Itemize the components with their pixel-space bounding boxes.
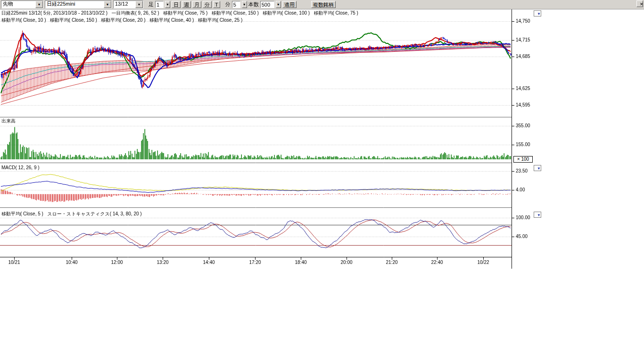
chevron-down-icon[interactable]: ▼: [135, 1, 143, 8]
chevron-down-icon[interactable]: ▼: [35, 1, 43, 8]
symbol-select[interactable]: 日経225mini ▼: [45, 0, 112, 8]
macd-pane-dropdown-button[interactable]: ▼: [534, 165, 541, 171]
market-category-value: 先物: [1, 1, 35, 8]
stochastic-pane-label: 移動平均( Close, 5 ) スロー・ストキャスティクス( 14, 3, 8…: [1, 211, 142, 217]
chart-header-line2: 移動平均( Close, 10 ) 移動平均( Close, 150 ) 移動平…: [1, 17, 242, 24]
period-month-button[interactable]: 月: [192, 1, 201, 8]
bar-type-label: 足: [149, 1, 154, 8]
contract-month-select[interactable]: 13/12 ▼: [113, 0, 143, 8]
price-pane-dropdown-button[interactable]: ▼: [534, 10, 541, 16]
multi-symbol-button[interactable]: 複数銘柄: [311, 1, 336, 8]
chevron-down-icon[interactable]: ▼: [276, 1, 281, 8]
minute-label: 分: [225, 1, 231, 8]
macd-pane-label: MACD( 12, 26, 9 ): [1, 165, 40, 170]
chevron-down-icon[interactable]: ▼: [104, 1, 111, 8]
volume-pane-label: 出来高: [1, 118, 16, 124]
symbol-value: 日経225mini: [45, 1, 104, 8]
chart-header-line1: 日経225mini 13/12( 5分, 2013/10/18 - 2013/1…: [1, 10, 358, 16]
stochastic-pane-dropdown-button[interactable]: ▼: [534, 212, 541, 218]
apply-button[interactable]: 適用: [282, 1, 297, 8]
close-icon[interactable]: ✕: [636, 0, 643, 7]
chart-canvas[interactable]: [0, 0, 644, 362]
chevron-down-icon[interactable]: ▼: [242, 1, 247, 8]
chevron-down-icon[interactable]: ▼: [165, 1, 170, 8]
bar-count-input[interactable]: [260, 1, 274, 8]
minute-input[interactable]: [232, 1, 240, 8]
contract-month-value: 13/12: [114, 1, 135, 8]
period-week-button[interactable]: 週: [182, 1, 191, 8]
period-tick-button[interactable]: T: [213, 1, 220, 8]
bar-count-label: 本数: [248, 1, 259, 8]
market-category-select[interactable]: 先物 ▼: [1, 0, 43, 8]
bar-interval-input[interactable]: [155, 1, 164, 8]
main-toolbar: 先物 ▼ 日経225mini ▼ 13/12 ▼ 足 ▼ 日 週 月 分 T 分…: [0, 0, 644, 9]
period-day-button[interactable]: 日: [172, 1, 181, 8]
period-minute-button[interactable]: 分: [203, 1, 212, 8]
volume-multiplier-badge: × 100: [513, 156, 533, 163]
